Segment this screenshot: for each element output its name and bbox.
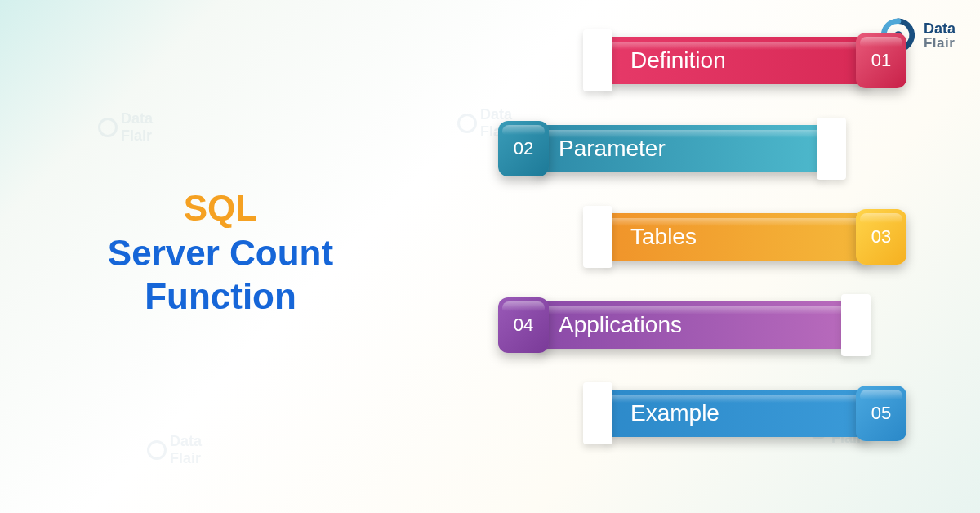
ribbon-label: Applications: [536, 301, 846, 349]
list-item-applications: 04 Applications: [359, 301, 947, 349]
ribbon-label: Parameter: [536, 125, 822, 172]
decorative-tab: [583, 382, 612, 444]
ribbon-label: Definition: [608, 37, 869, 84]
decorative-tab: [841, 294, 871, 356]
number-badge: 03: [856, 209, 906, 265]
decorative-tab: [583, 206, 612, 268]
decorative-tab: [817, 118, 846, 180]
ribbon-label: Tables: [608, 213, 869, 261]
topic-list: Definition 01 02 Parameter Tables 03 04 …: [359, 37, 947, 478]
number-badge: 05: [856, 386, 906, 441]
number-badge: 01: [856, 33, 906, 88]
title-main: Server Count Function: [82, 232, 359, 319]
logo-text-line1: Data: [924, 21, 956, 36]
number-badge: 02: [498, 121, 549, 176]
list-item-tables: Tables 03: [359, 213, 947, 261]
list-item-definition: Definition 01: [359, 37, 947, 84]
page-title: SQL Server Count Function: [82, 188, 359, 319]
decorative-tab: [583, 29, 612, 91]
watermark: DataFlair: [98, 110, 153, 145]
number-badge: 04: [498, 297, 549, 353]
ribbon-label: Example: [608, 390, 869, 437]
watermark: DataFlair: [147, 433, 202, 467]
title-accent: SQL: [82, 188, 359, 229]
list-item-example: Example 05: [359, 390, 947, 437]
list-item-parameter: 02 Parameter: [359, 125, 947, 172]
